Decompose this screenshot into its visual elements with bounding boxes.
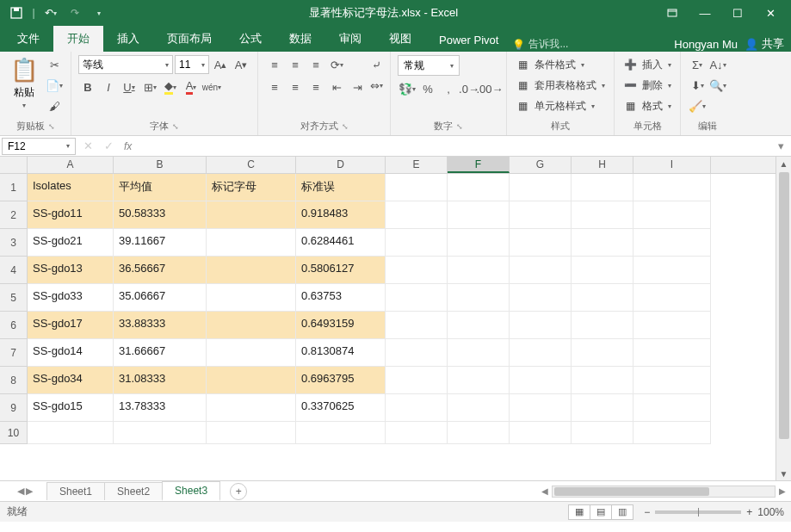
zoom-in-button[interactable]: + <box>746 506 752 518</box>
cell[interactable] <box>510 339 572 367</box>
row-header[interactable]: 5 <box>0 284 28 312</box>
fill-color-button[interactable]: ◆▾ <box>161 77 180 96</box>
cell[interactable] <box>510 229 572 257</box>
cell[interactable] <box>448 367 510 394</box>
increase-font-button[interactable]: A▴ <box>211 55 230 74</box>
cell[interactable] <box>448 394 510 422</box>
tab-home[interactable]: 开始 <box>53 26 103 52</box>
decrease-font-button[interactable]: A▾ <box>232 55 250 74</box>
tell-me-search[interactable]: 💡 告诉我... <box>512 37 568 52</box>
col-header-F[interactable]: F <box>448 157 510 173</box>
scroll-thumb[interactable] <box>779 172 789 439</box>
decrease-decimal-button[interactable]: .00→ <box>480 79 499 98</box>
cell[interactable]: 标记字母 <box>207 174 296 201</box>
minimize-button[interactable]: — <box>689 3 720 23</box>
row-header[interactable]: 2 <box>0 201 28 229</box>
cell[interactable] <box>114 422 207 444</box>
cell[interactable] <box>510 257 572 284</box>
cell[interactable]: 0.6284461 <box>296 229 386 257</box>
cell[interactable]: 0.5806127 <box>296 257 386 284</box>
align-top-button[interactable]: ≡ <box>265 55 284 74</box>
col-header-A[interactable]: A <box>28 157 114 173</box>
cell[interactable] <box>448 201 510 229</box>
cell[interactable] <box>28 422 114 444</box>
cell[interactable] <box>572 174 633 201</box>
user-name[interactable]: Hongyan Mu <box>674 38 738 51</box>
cell[interactable] <box>386 201 448 229</box>
add-sheet-button[interactable]: + <box>230 483 247 500</box>
accounting-format-button[interactable]: 💱▾ <box>398 79 417 98</box>
cell[interactable] <box>207 284 296 312</box>
cell[interactable] <box>572 257 633 284</box>
cell[interactable]: 35.06667 <box>114 284 207 312</box>
cell[interactable]: 标准误 <box>296 174 386 201</box>
row-header[interactable]: 9 <box>0 394 28 422</box>
italic-button[interactable]: I <box>99 77 118 96</box>
cell[interactable]: 39.11667 <box>114 229 207 257</box>
cell[interactable]: Isolates <box>28 174 114 201</box>
merge-center-button[interactable]: ⇔▾ <box>370 76 383 95</box>
sheet-nav[interactable]: ◀▶ <box>17 486 33 497</box>
ribbon-options-button[interactable] <box>657 3 688 23</box>
sheet-tab-2[interactable]: Sheet2 <box>104 482 163 500</box>
cell[interactable] <box>510 367 572 394</box>
cell[interactable] <box>207 257 296 284</box>
cell[interactable]: SS-gdo17 <box>28 312 114 339</box>
cell[interactable] <box>386 367 448 394</box>
enter-formula-button[interactable]: ✓ <box>98 139 119 152</box>
page-layout-view-button[interactable]: ▤ <box>590 504 612 520</box>
bold-button[interactable]: B <box>78 77 97 96</box>
cell[interactable] <box>633 367 711 394</box>
row-header[interactable]: 3 <box>0 229 28 257</box>
cell[interactable] <box>510 312 572 339</box>
conditional-format-button[interactable]: ▦条件格式▾ <box>514 55 607 74</box>
cell[interactable]: SS-gdo14 <box>28 339 114 367</box>
cell[interactable]: SS-gdo34 <box>28 367 114 394</box>
cell[interactable]: 31.66667 <box>114 339 207 367</box>
decrease-indent-button[interactable]: ⇤ <box>327 77 346 96</box>
maximize-button[interactable]: ☐ <box>722 3 753 23</box>
align-center-button[interactable]: ≡ <box>286 77 305 96</box>
qat-customize-button[interactable]: ▾ <box>88 3 110 23</box>
cell[interactable] <box>633 229 711 257</box>
underline-button[interactable]: U▾ <box>120 77 139 96</box>
share-button[interactable]: 👤 共享 <box>745 36 784 52</box>
cell[interactable] <box>572 229 633 257</box>
redo-button[interactable]: ↷ <box>64 3 86 23</box>
cell[interactable] <box>207 367 296 394</box>
cell[interactable] <box>448 257 510 284</box>
phonetic-button[interactable]: wén▾ <box>202 77 221 96</box>
row-header[interactable]: 6 <box>0 312 28 339</box>
cell[interactable]: 33.88333 <box>114 312 207 339</box>
copy-button[interactable]: 📄▾ <box>45 76 64 95</box>
fill-button[interactable]: ⬇▾ <box>688 76 707 95</box>
cell[interactable]: 平均值 <box>114 174 207 201</box>
sort-filter-button[interactable]: A↓▾ <box>708 55 727 74</box>
cell[interactable] <box>510 422 572 444</box>
cell[interactable] <box>207 422 296 444</box>
cell[interactable] <box>510 201 572 229</box>
number-format-selector[interactable]: 常规▾ <box>398 55 460 76</box>
vertical-scrollbar[interactable]: ▲ ▼ <box>776 157 791 480</box>
cell[interactable] <box>207 394 296 422</box>
align-bottom-button[interactable]: ≡ <box>306 55 325 74</box>
clipboard-dialog-launcher[interactable]: ⤡ <box>48 122 55 131</box>
cell[interactable] <box>572 284 633 312</box>
cell[interactable]: 50.58333 <box>114 201 207 229</box>
cell[interactable] <box>386 284 448 312</box>
row-header[interactable]: 8 <box>0 367 28 394</box>
cell[interactable]: 0.3370625 <box>296 394 386 422</box>
name-box[interactable]: F12▾ <box>2 138 76 155</box>
normal-view-button[interactable]: ▦ <box>568 504 590 520</box>
cell[interactable] <box>386 229 448 257</box>
cell[interactable]: SS-gdo11 <box>28 201 114 229</box>
autosum-button[interactable]: Σ▾ <box>688 55 707 74</box>
cell[interactable] <box>448 174 510 201</box>
cancel-formula-button[interactable]: ✕ <box>77 139 98 152</box>
align-left-button[interactable]: ≡ <box>265 77 284 96</box>
cell[interactable] <box>572 201 633 229</box>
tab-file[interactable]: 文件 <box>3 26 53 52</box>
cell[interactable] <box>510 394 572 422</box>
close-button[interactable]: ✕ <box>755 3 786 23</box>
cell[interactable]: SS-gdo13 <box>28 257 114 284</box>
